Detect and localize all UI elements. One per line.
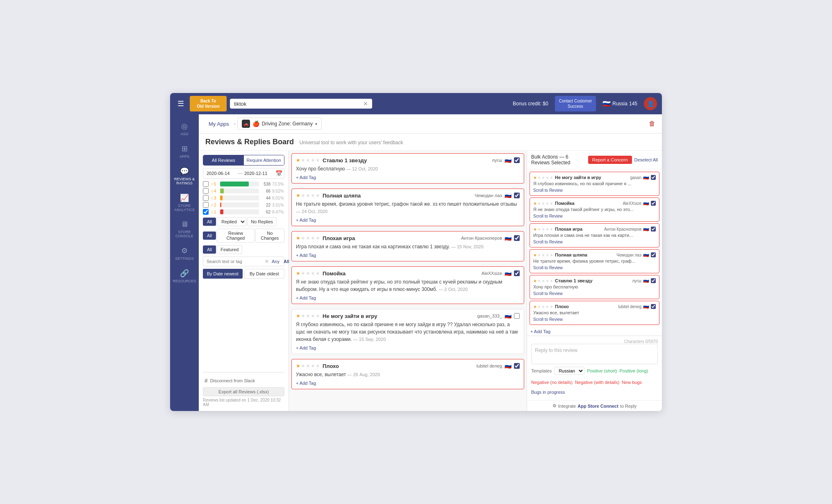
star-5: ★	[316, 157, 320, 163]
star-3: ★	[306, 157, 310, 163]
add-tag-button[interactable]: + Add Tag	[296, 381, 520, 386]
sidebar-item-settings[interactable]: ⚙ SETTINGS	[170, 242, 199, 265]
sidebar-label-store-console: STORE CONSOLE	[175, 230, 193, 238]
scroll-to-review-link[interactable]: Scroll to Review	[533, 188, 563, 193]
all-reviews-tab[interactable]: All Reviews	[203, 155, 244, 165]
no-replies-button[interactable]: No Replies	[247, 217, 277, 226]
integrate-icon: ⚙	[552, 403, 557, 409]
sidebar-item-store-console[interactable]: 🖥 STORE CONSOLE	[170, 216, 199, 242]
star-4: ★	[311, 313, 315, 319]
template-positive-short[interactable]: Positive (short)	[587, 368, 617, 373]
user-avatar[interactable]: 👤	[644, 97, 657, 110]
contact-success-button[interactable]: Contact Customer Success	[555, 96, 596, 111]
rating-checkbox-5[interactable]	[203, 181, 209, 187]
add-tag-button[interactable]: + Add Tag	[296, 253, 520, 258]
search-clear-icon[interactable]: ✕	[363, 100, 368, 107]
review-changed-button[interactable]: Review Changed	[217, 229, 254, 243]
right-review-checkbox[interactable]	[651, 201, 656, 206]
template-negative-with-details[interactable]: Negative (with details)	[575, 380, 619, 385]
template-bugs-in-progress[interactable]: Bugs in progress	[531, 390, 565, 395]
template-negative-no-details[interactable]: Negative (no details)	[531, 380, 573, 385]
require-attention-tab[interactable]: Require Attention	[244, 155, 284, 165]
rating-checkbox-2[interactable]	[203, 202, 209, 208]
rating-checkbox-4[interactable]	[203, 188, 209, 194]
right-review-checkbox[interactable]	[651, 175, 656, 180]
right-review-checkbox[interactable]	[651, 278, 656, 283]
review-checkbox[interactable]	[514, 270, 520, 276]
template-new-bugs[interactable]: New bugs	[622, 380, 642, 385]
replied-select[interactable]: Replied	[217, 217, 246, 226]
add-tag-button[interactable]: + Add Tag	[296, 218, 520, 222]
trash-icon[interactable]: 🗑	[649, 120, 655, 127]
review-checkbox[interactable]	[514, 157, 520, 163]
rating-checkbox-3[interactable]	[203, 195, 209, 201]
deselect-all-button[interactable]: Deselect All	[634, 157, 658, 162]
add-tag-button[interactable]: + Add Tag	[296, 175, 520, 180]
sort-newest-button[interactable]: By Date newest	[203, 269, 243, 279]
right-add-tag-button[interactable]: + Add Tag	[527, 327, 662, 336]
back-to-old-version-button[interactable]: Back To Old Version	[190, 96, 227, 111]
rating-bar-5	[220, 182, 249, 186]
template-positive-long[interactable]: Positive (long)	[620, 368, 648, 373]
star-3: ★	[306, 193, 310, 198]
reply-textarea[interactable]: Reply to this review	[531, 344, 658, 364]
export-xlsx-button[interactable]: Export all Reviews (.xlsx)	[203, 387, 284, 396]
review-checkbox[interactable]	[514, 363, 520, 369]
sidebar-item-aso[interactable]: ◎ ASO	[170, 118, 199, 140]
add-tag-button[interactable]: + Add Tag	[296, 295, 520, 300]
reviewer-name: Антон Красноперов	[461, 236, 502, 241]
sidebar-item-resources[interactable]: 🔗 RESOURCES	[170, 265, 199, 287]
scroll-to-review-link[interactable]: Scroll to Review	[533, 214, 563, 218]
sort-oldest-button[interactable]: By Date oldest	[244, 269, 285, 279]
review-flag: 🇷🇺	[505, 363, 511, 369]
star-label-5: ☆5	[210, 182, 218, 186]
global-search-input[interactable]	[234, 101, 363, 107]
hamburger-menu[interactable]: ☰	[175, 97, 186, 111]
right-star: ★	[546, 175, 549, 180]
review-changed-all-button[interactable]: All	[203, 232, 216, 240]
featured-button[interactable]: Featured	[217, 245, 242, 254]
date-from-input[interactable]	[207, 171, 236, 176]
report-concern-button[interactable]: Report a Concern	[588, 156, 632, 164]
app-store-connect-link[interactable]: App Store Connect	[577, 404, 618, 409]
sidebar-item-store-analytics[interactable]: 📈 STORE ANALYTICS	[170, 189, 199, 216]
review-flag: 🇷🇺	[505, 157, 511, 163]
date-to-input[interactable]	[244, 171, 274, 176]
scroll-to-review-link[interactable]: Scroll to Review	[533, 317, 563, 322]
review-search-input[interactable]	[207, 259, 263, 264]
review-search-clear-icon[interactable]: ✕	[265, 259, 269, 264]
right-review-item: ★ ★ ★ ★ ★ Помойка AleXXsize 🇷🇺	[530, 198, 659, 222]
scroll-to-review-link[interactable]: Scroll to Review	[533, 266, 563, 270]
featured-all-button[interactable]: All	[203, 245, 216, 254]
review-checkbox[interactable]	[514, 193, 520, 198]
right-review-header: ★ ★ ★ ★ ★ Помойка AleXXsize 🇷🇺	[533, 200, 656, 206]
app-selector[interactable]: 🚗 🍎 Driving Zone: Germany ▾	[237, 118, 322, 130]
review-checkbox[interactable]	[514, 313, 520, 319]
right-review-checkbox[interactable]	[651, 227, 656, 232]
sidebar-item-apps[interactable]: ⊞ APPS	[170, 140, 199, 163]
replied-all-button[interactable]: All	[203, 218, 216, 226]
right-review-checkbox[interactable]	[651, 252, 656, 257]
scroll-to-review-link[interactable]: Scroll to Review	[533, 240, 563, 244]
review-checkbox[interactable]	[514, 235, 520, 241]
add-tag-button[interactable]: + Add Tag	[296, 345, 520, 350]
review-title: Плохая игра	[323, 235, 459, 241]
rating-checkbox-1[interactable]	[203, 209, 209, 215]
disconnect-slack-button[interactable]: # Disconnect from Slack	[203, 376, 284, 386]
right-star: ★	[546, 253, 549, 257]
language-selector[interactable]: Russian	[554, 367, 584, 375]
myapps-link[interactable]: My Apps	[205, 119, 232, 129]
right-star: ★	[546, 304, 549, 309]
country-selector[interactable]: 🇷🇺 Russia 145	[602, 100, 637, 108]
filter-panel: All Reviews Require Attention — 📅	[199, 151, 289, 411]
calendar-icon[interactable]: 📅	[275, 170, 282, 177]
to-reply-label: to Reply	[620, 404, 637, 409]
search-mode-any[interactable]: Any	[271, 259, 281, 264]
star-2: ★	[301, 363, 305, 369]
scroll-to-review-link[interactable]: Scroll to Review	[533, 291, 563, 296]
no-changes-button[interactable]: No Changes	[255, 229, 284, 243]
sidebar-item-reviews[interactable]: 💬 REVIEWS & RATINGS	[170, 163, 199, 189]
right-star: ★	[550, 279, 553, 283]
star-1: ★	[296, 363, 300, 369]
right-review-checkbox[interactable]	[651, 304, 656, 309]
